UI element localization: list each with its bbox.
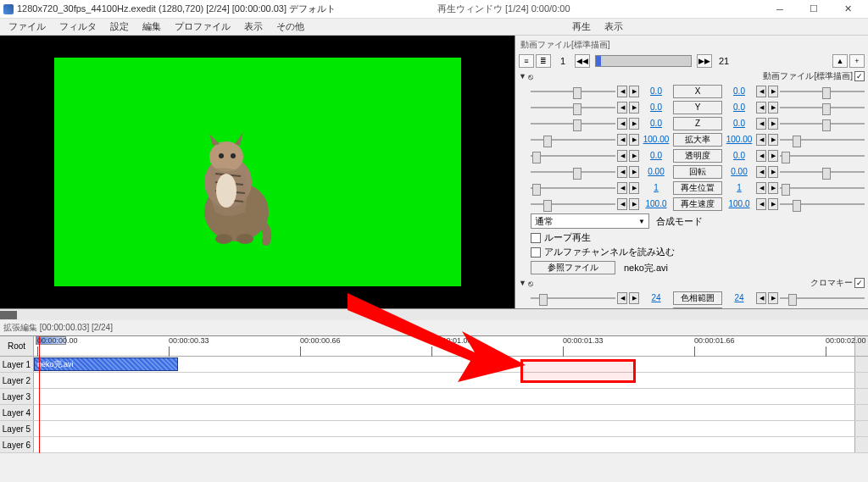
spin-left-speed[interactable]: ◀ <box>617 198 627 210</box>
val-right-y[interactable]: 0.0 <box>724 102 754 112</box>
anchor-icon[interactable]: ⎋ <box>528 72 533 81</box>
spin-right-z[interactable]: ▶ <box>629 118 639 130</box>
main-seekbar[interactable] <box>0 308 868 320</box>
slider-alpha-left[interactable] <box>531 150 615 162</box>
clip-video[interactable]: neko完.avi <box>34 357 178 371</box>
prop-btn-scale[interactable]: 拡大率 <box>673 133 722 147</box>
menu-file[interactable]: ファイル <box>2 19 53 35</box>
slider-y-right[interactable] <box>780 102 865 114</box>
expand-icon[interactable]: ▼ <box>519 279 526 287</box>
filter-video-enable[interactable]: ✓ <box>854 71 865 81</box>
frame-last-button[interactable]: ▶▶ <box>697 54 712 68</box>
slider-scale-right[interactable] <box>780 134 865 146</box>
val-right-rot[interactable]: 0.00 <box>724 167 754 176</box>
spin-left-x[interactable]: ◀ <box>617 86 627 97</box>
layer-track-5[interactable] <box>34 421 854 436</box>
spin-left-z-r[interactable]: ◀ <box>756 118 766 130</box>
slider-hue-left[interactable] <box>531 292 615 304</box>
spin-right-alpha-r[interactable]: ▶ <box>768 150 778 162</box>
spin-left-alpha[interactable]: ◀ <box>617 150 627 162</box>
spin-left-z[interactable]: ◀ <box>617 118 627 130</box>
frame-first-button[interactable]: ◀◀ <box>575 54 590 68</box>
val-left-playpos[interactable]: 1 <box>641 183 671 192</box>
spin-right-alpha[interactable]: ▶ <box>629 150 639 162</box>
spin-left-scale[interactable]: ◀ <box>617 134 627 146</box>
layer-track-1[interactable]: neko完.avi <box>34 357 854 372</box>
slider-x-left[interactable] <box>531 86 615 97</box>
val-left-speed[interactable]: 100.0 <box>641 199 671 208</box>
add-button[interactable]: + <box>849 54 865 68</box>
slider-rot-left[interactable] <box>531 166 615 178</box>
list2-icon[interactable]: ≣ <box>536 54 551 68</box>
spin-right-hue[interactable]: ▶ <box>629 292 639 304</box>
menu-display[interactable]: 表示 <box>237 19 270 35</box>
layer-label[interactable]: Layer 6 <box>0 437 34 452</box>
val-right-playpos[interactable]: 1 <box>724 183 754 192</box>
spin-left-hue[interactable]: ◀ <box>617 292 627 304</box>
val-left-scale[interactable]: 100.00 <box>641 135 671 144</box>
slider-y-left[interactable] <box>531 102 615 114</box>
slider-playpos-right[interactable] <box>780 182 865 194</box>
spin-right-z-r[interactable]: ▶ <box>768 118 778 130</box>
close-button[interactable]: ✕ <box>831 1 865 18</box>
slider-alpha-right[interactable] <box>780 150 865 162</box>
val-left-alpha[interactable]: 0.0 <box>641 151 671 160</box>
val-left-y[interactable]: 0.0 <box>641 102 671 112</box>
layer-label[interactable]: Layer 3 <box>0 389 34 404</box>
anchor-icon[interactable]: ⎋ <box>528 279 533 288</box>
spin-right-rot-r[interactable]: ▶ <box>768 166 778 178</box>
val-left-z[interactable]: 0.0 <box>641 119 671 128</box>
menu-play[interactable]: 再生 <box>565 19 598 35</box>
slider-scale-left[interactable] <box>531 134 615 146</box>
val-left-hue[interactable]: 24 <box>641 293 671 302</box>
spin-right-playpos[interactable]: ▶ <box>629 182 639 194</box>
spin-right-x[interactable]: ▶ <box>629 86 639 97</box>
layer-track-3[interactable] <box>34 389 854 404</box>
spin-left-y-r[interactable]: ◀ <box>756 102 766 114</box>
spin-left-playpos[interactable]: ◀ <box>617 182 627 194</box>
slider-x-right[interactable] <box>780 86 865 97</box>
val-right-hue[interactable]: 24 <box>724 293 754 302</box>
spin-left-x-r[interactable]: ◀ <box>756 86 766 97</box>
layer-track-2[interactable] <box>34 373 854 388</box>
alpha-checkbox[interactable] <box>531 247 541 258</box>
val-right-z[interactable]: 0.0 <box>724 119 754 128</box>
layer-label[interactable]: Layer 2 <box>0 373 34 388</box>
spin-left-y[interactable]: ◀ <box>617 102 627 114</box>
layer-label[interactable]: Layer 1 <box>0 357 34 372</box>
slider-speed-left[interactable] <box>531 198 615 210</box>
slider-hue-right[interactable] <box>780 292 865 304</box>
slider-z-left[interactable] <box>531 118 615 130</box>
spin-right-scale-r[interactable]: ▶ <box>768 134 778 146</box>
val-right-speed[interactable]: 100.0 <box>724 199 754 208</box>
spin-left-hue-r[interactable]: ◀ <box>756 292 766 304</box>
slider-playpos-left[interactable] <box>531 182 615 194</box>
menu-profile[interactable]: プロファイル <box>168 19 237 35</box>
spin-right-speed[interactable]: ▶ <box>629 198 639 210</box>
ref-file-button[interactable]: 参照ファイル <box>531 261 615 274</box>
prop-btn-z[interactable]: Z <box>673 117 722 130</box>
filter-chroma-enable[interactable]: ✓ <box>854 278 865 288</box>
menu-edit[interactable]: 編集 <box>136 19 168 35</box>
spin-right-rot[interactable]: ▶ <box>629 166 639 178</box>
prop-btn-x[interactable]: X <box>673 85 722 98</box>
spin-right-speed-r[interactable]: ▶ <box>768 198 778 210</box>
expand-icon[interactable]: ▼ <box>519 72 526 80</box>
spin-left-scale-r[interactable]: ◀ <box>756 134 766 146</box>
spin-right-playpos-r[interactable]: ▶ <box>768 182 778 194</box>
val-right-x[interactable]: 0.0 <box>724 86 754 96</box>
root-label[interactable]: Root <box>0 336 34 356</box>
prop-btn-rot[interactable]: 回転 <box>673 165 722 179</box>
list-icon[interactable]: ≡ <box>519 54 534 68</box>
prop-btn-playpos[interactable]: 再生位置 <box>673 181 722 195</box>
slider-speed-right[interactable] <box>780 198 865 210</box>
minimize-button[interactable]: ─ <box>763 1 797 18</box>
layer-track-6[interactable] <box>34 437 854 452</box>
blend-mode-select[interactable]: 通常 <box>531 213 649 229</box>
layer-label[interactable]: Layer 4 <box>0 405 34 420</box>
spin-left-speed-r[interactable]: ◀ <box>756 198 766 210</box>
spin-left-alpha-r[interactable]: ◀ <box>756 150 766 162</box>
loop-checkbox[interactable] <box>531 233 541 243</box>
spin-right-y[interactable]: ▶ <box>629 102 639 114</box>
prop-btn-alpha[interactable]: 透明度 <box>673 149 722 163</box>
